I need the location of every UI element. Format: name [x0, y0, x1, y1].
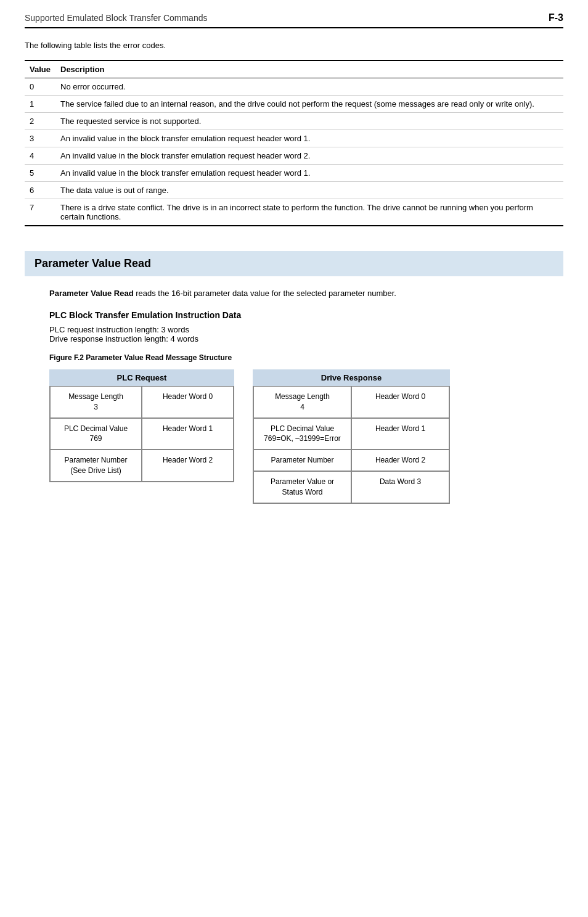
table-row: 2The requested service is not supported.	[25, 113, 563, 130]
drive-left-cell: Message Length 4	[253, 386, 351, 418]
cell-description: The requested service is not supported.	[55, 113, 563, 130]
plc-info: PLC request instruction length: 3 words …	[25, 325, 563, 343]
sub-heading: PLC Block Transfer Emulation Instruction…	[25, 310, 563, 320]
body-paragraph: Parameter Value Read reads the 16-bit pa…	[25, 289, 563, 298]
cell-value: 4	[25, 147, 55, 165]
drive-right-cell: Header Word 1	[351, 418, 449, 450]
section-title: Parameter Value Read	[35, 257, 553, 270]
table-row: 3An invalid value in the block transfer …	[25, 130, 563, 147]
error-table: Value Description 0No error occurred.1Th…	[25, 60, 563, 226]
drive-left-cell: PLC Decimal Value 769=OK, –31999=Error	[253, 418, 351, 450]
figure-caption: Figure F.2 Parameter Value Read Message …	[25, 353, 563, 362]
plc-request-grid: Message Length 3Header Word 0PLC Decimal…	[49, 386, 234, 482]
drive-left-cell: Parameter Number	[253, 450, 351, 471]
drive-right-cell: Header Word 0	[351, 386, 449, 418]
header-title: Supported Emulated Block Transfer Comman…	[25, 13, 207, 23]
plc-left-cell: PLC Decimal Value 769	[50, 418, 142, 450]
cell-value: 6	[25, 182, 55, 199]
drive-left-cell: Parameter Value or Status Word	[253, 471, 351, 503]
plc-left-cell: Parameter Number (See Drive List)	[50, 450, 142, 482]
cell-description: An invalid value in the block transfer e…	[55, 165, 563, 182]
cell-description: An invalid value in the block transfer e…	[55, 130, 563, 147]
plc-right-cell: Header Word 1	[142, 418, 234, 450]
plc-request-section: PLC Request Message Length 3Header Word …	[49, 369, 234, 482]
body-rest: reads the 16-bit parameter data value fo…	[134, 289, 396, 298]
cell-value: 0	[25, 78, 55, 96]
table-row: 5An invalid value in the block transfer …	[25, 165, 563, 182]
cell-value: 1	[25, 96, 55, 113]
drive-right-cell: Header Word 2	[351, 450, 449, 471]
col-header-value: Value	[25, 60, 55, 78]
page-header: Supported Emulated Block Transfer Comman…	[25, 12, 563, 28]
cell-value: 5	[25, 165, 55, 182]
cell-description: No error occurred.	[55, 78, 563, 96]
plc-request-label: PLC Request	[49, 369, 234, 386]
cell-description: There is a drive state conflict. The dri…	[55, 199, 563, 226]
cell-value: 7	[25, 199, 55, 226]
drive-response-grid: Message Length 4Header Word 0PLC Decimal…	[253, 386, 450, 504]
cell-description: An invalid value in the block transfer e…	[55, 147, 563, 165]
table-row: 0No error occurred.	[25, 78, 563, 96]
drive-response-section: Drive Response Message Length 4Header Wo…	[253, 369, 450, 504]
section-banner: Parameter Value Read	[25, 251, 563, 276]
plc-request-length: PLC request instruction length: 3 words	[49, 325, 563, 334]
col-header-description: Description	[55, 60, 563, 78]
diagram-container: PLC Request Message Length 3Header Word …	[25, 369, 563, 504]
table-row: 4An invalid value in the block transfer …	[25, 147, 563, 165]
cell-description: The service failed due to an internal re…	[55, 96, 563, 113]
body-bold: Parameter Value Read	[49, 289, 134, 298]
drive-right-cell: Data Word 3	[351, 471, 449, 503]
table-row: 6The data value is out of range.	[25, 182, 563, 199]
intro-text: The following table lists the error code…	[25, 41, 563, 50]
table-row: 1The service failed due to an internal r…	[25, 96, 563, 113]
plc-right-cell: Header Word 2	[142, 450, 234, 482]
plc-right-cell: Header Word 0	[142, 386, 234, 418]
plc-left-cell: Message Length 3	[50, 386, 142, 418]
page-number: F-3	[549, 12, 563, 23]
drive-response-length: Drive response instruction length: 4 wor…	[49, 334, 563, 343]
table-row: 7There is a drive state conflict. The dr…	[25, 199, 563, 226]
cell-value: 3	[25, 130, 55, 147]
drive-response-label: Drive Response	[253, 369, 450, 386]
cell-value: 2	[25, 113, 55, 130]
cell-description: The data value is out of range.	[55, 182, 563, 199]
